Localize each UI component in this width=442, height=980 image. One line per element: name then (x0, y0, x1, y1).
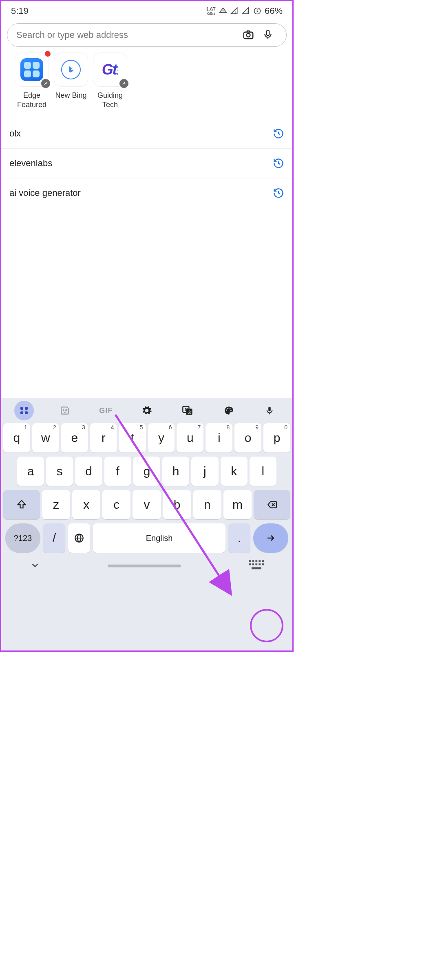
sticker-tool[interactable] (55, 401, 75, 420)
history-text: olx (9, 128, 273, 139)
key-n[interactable]: n (193, 490, 221, 519)
gif-icon: GIF (99, 407, 113, 415)
svg-rect-24 (255, 560, 257, 562)
key-o[interactable]: 9o (234, 423, 261, 453)
globe-icon (74, 533, 84, 543)
translate-tool[interactable]: G文 (178, 401, 197, 420)
key-r[interactable]: 4r (90, 423, 117, 453)
key-d[interactable]: d (75, 457, 102, 486)
svg-rect-9 (25, 411, 28, 414)
svg-rect-6 (20, 407, 23, 410)
key-h[interactable]: h (162, 457, 189, 486)
settings-tool[interactable] (137, 401, 157, 420)
gear-icon (141, 405, 152, 416)
key-z[interactable]: z (42, 490, 70, 519)
shift-key[interactable] (3, 490, 40, 519)
svg-rect-7 (25, 407, 28, 410)
key-v[interactable]: v (133, 490, 161, 519)
key-u[interactable]: 7u (177, 423, 203, 453)
key-l[interactable]: l (250, 457, 276, 486)
gif-tool[interactable]: GIF (96, 401, 116, 420)
space-key[interactable]: English (93, 523, 225, 553)
keyboard-icon (248, 559, 264, 571)
mic-icon (263, 29, 273, 41)
key-g[interactable]: g (133, 457, 160, 486)
key-s[interactable]: s (46, 457, 73, 486)
symbols-key[interactable]: ?123 (5, 523, 40, 553)
key-y[interactable]: 6y (148, 423, 175, 453)
svg-rect-8 (20, 411, 23, 414)
camera-icon (242, 29, 254, 41)
on-screen-keyboard: GIF G文 1q2w3e4r5t6y7u8i9o0p asdfghjkl zx… (1, 398, 292, 650)
address-bar[interactable] (7, 23, 287, 47)
history-item[interactable]: elevenlabs (1, 149, 292, 178)
language-key[interactable] (68, 523, 90, 553)
key-e[interactable]: 3e (61, 423, 88, 453)
key-b[interactable]: b (163, 490, 191, 519)
key-row-3: zxcvbnm (3, 490, 290, 519)
shortcut-label: Edge Featured (13, 91, 50, 109)
svg-point-10 (63, 410, 64, 411)
enter-key[interactable] (253, 523, 288, 553)
key-i[interactable]: 8i (206, 423, 232, 453)
theme-tool[interactable] (219, 401, 239, 420)
grid-icon (19, 406, 29, 415)
key-row-2: asdfghjkl (3, 457, 290, 486)
chevron-down-icon (30, 560, 40, 571)
shortcut-new-bing[interactable]: New Bing (53, 53, 89, 109)
period-key[interactable]: . (228, 523, 250, 553)
svg-point-17 (227, 408, 228, 409)
key-f[interactable]: f (104, 457, 131, 486)
svg-rect-5 (267, 30, 270, 35)
history-text: elevenlabs (9, 158, 273, 169)
key-c[interactable]: c (102, 490, 130, 519)
key-j[interactable]: j (191, 457, 218, 486)
key-k[interactable]: k (221, 457, 248, 486)
svg-rect-27 (249, 563, 251, 565)
svg-text:文: 文 (188, 410, 192, 414)
sticker-icon (60, 405, 70, 416)
battery-percent: 66% (265, 6, 283, 16)
history-icon (273, 128, 284, 139)
palette-icon (223, 405, 234, 416)
apps-tool[interactable] (14, 401, 34, 420)
history-suggestions: olx elevenlabs ai voice generator (1, 119, 292, 208)
key-w[interactable]: 2w (32, 423, 59, 453)
status-time: 5:19 (11, 6, 206, 16)
translate-icon: G文 (182, 405, 193, 416)
shortcuts-row: Edge Featured New Bing Gt: Guiding Tech (1, 53, 292, 109)
search-input[interactable] (16, 30, 238, 40)
shortcut-guiding-tech[interactable]: Gt: Guiding Tech (92, 53, 128, 109)
guidingtech-icon: Gt: (102, 61, 119, 78)
pin-icon (119, 79, 128, 88)
switch-keyboard-button[interactable] (248, 559, 264, 573)
key-p[interactable]: 0p (263, 423, 290, 453)
signal-2-icon: ! (242, 7, 250, 15)
svg-rect-28 (252, 563, 254, 565)
slash-key[interactable]: / (43, 523, 65, 553)
key-q[interactable]: 1q (3, 423, 30, 453)
collapse-keyboard-button[interactable] (30, 560, 40, 572)
svg-text:!: ! (235, 10, 236, 14)
backspace-key[interactable] (254, 490, 290, 519)
key-a[interactable]: a (17, 457, 44, 486)
svg-rect-20 (268, 407, 271, 411)
home-indicator[interactable] (108, 565, 181, 567)
shortcut-edge-featured[interactable]: Edge Featured (13, 53, 50, 109)
voice-typing-tool[interactable] (260, 401, 279, 420)
svg-rect-32 (252, 567, 261, 569)
edge-featured-icon (20, 58, 43, 81)
history-item[interactable]: olx (1, 119, 292, 149)
key-row-1: 1q2w3e4r5t6y7u8i9o0p (3, 423, 290, 453)
svg-rect-26 (262, 560, 264, 562)
key-x[interactable]: x (72, 490, 100, 519)
mic-icon (265, 405, 274, 416)
history-item[interactable]: ai voice generator (1, 178, 292, 208)
voice-search-button[interactable] (259, 27, 277, 44)
key-t[interactable]: 5t (119, 423, 146, 453)
svg-rect-25 (259, 560, 261, 562)
svg-rect-23 (252, 560, 254, 562)
camera-search-button[interactable] (238, 27, 259, 44)
key-m[interactable]: m (223, 490, 252, 519)
bing-icon (61, 60, 81, 79)
